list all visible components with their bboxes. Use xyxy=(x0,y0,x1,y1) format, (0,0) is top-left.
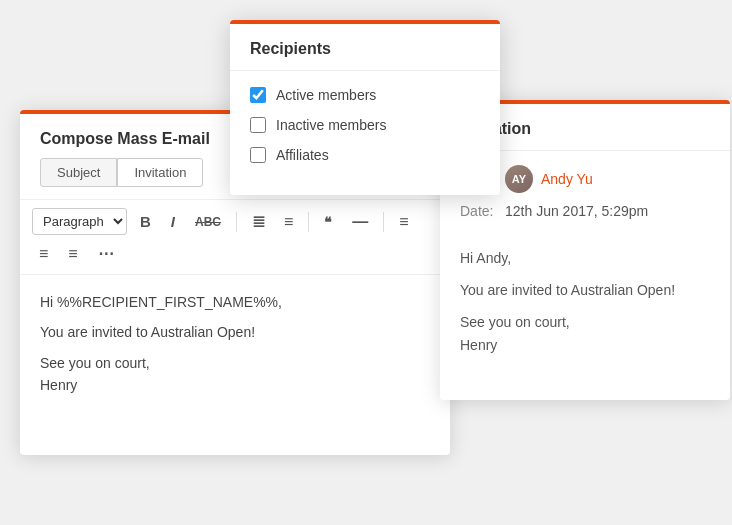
avatar-image: AY xyxy=(505,165,533,193)
date-value: 12th Jun 2017, 5:29pm xyxy=(505,203,648,219)
inactive-members-label: Inactive members xyxy=(276,117,386,133)
align-right-button[interactable]: ≡ xyxy=(61,242,84,266)
checkbox-list: Active members Inactive members Affiliat… xyxy=(230,71,500,179)
more-options-button[interactable]: ⋯ xyxy=(91,241,121,266)
inv-line-2: You are invited to Australian Open! xyxy=(460,279,710,303)
avatar: AY xyxy=(505,165,533,193)
editor-line-1: Hi %%RECIPIENT_FIRST_NAME%%, xyxy=(40,291,430,313)
recipients-panel: Recipients Active members Inactive membe… xyxy=(230,20,500,195)
invitation-body: Hi Andy, You are invited to Australian O… xyxy=(440,237,730,376)
affiliates-checkbox[interactable] xyxy=(250,147,266,163)
affiliates-label: Affiliates xyxy=(276,147,329,163)
editor-line-2: You are invited to Australian Open! xyxy=(40,321,430,343)
inv-line-3: See you on court,Henry xyxy=(460,311,710,359)
bullet-list-button[interactable]: ≣ xyxy=(245,209,271,234)
inv-line-1: Hi Andy, xyxy=(460,247,710,271)
paragraph-select[interactable]: Paragraph Heading 1 Heading 2 Heading 3 xyxy=(32,208,127,235)
inactive-members-item[interactable]: Inactive members xyxy=(250,117,480,133)
tab-subject[interactable]: Subject xyxy=(40,158,117,187)
recipients-title: Recipients xyxy=(230,24,500,71)
blockquote-button[interactable]: ❝ xyxy=(317,211,339,233)
toolbar-divider-3 xyxy=(383,212,384,232)
active-members-label: Active members xyxy=(276,87,376,103)
date-row: Date: 12th Jun 2017, 5:29pm xyxy=(460,203,710,219)
active-members-item[interactable]: Active members xyxy=(250,87,480,103)
active-members-checkbox[interactable] xyxy=(250,87,266,103)
toolbar-divider-2 xyxy=(308,212,309,232)
inactive-members-checkbox[interactable] xyxy=(250,117,266,133)
editor-line-3: See you on court,Henry xyxy=(40,352,430,397)
bold-button[interactable]: B xyxy=(133,210,158,233)
align-center-button[interactable]: ≡ xyxy=(32,242,55,266)
tab-invitation[interactable]: Invitation xyxy=(117,158,203,187)
toolbar-divider-1 xyxy=(236,212,237,232)
date-label: Date: xyxy=(460,203,505,219)
align-left-button[interactable]: ≡ xyxy=(392,210,415,234)
editor-toolbar: Paragraph Heading 1 Heading 2 Heading 3 … xyxy=(20,200,450,275)
affiliates-item[interactable]: Affiliates xyxy=(250,147,480,163)
recipient-name-text: Andy Yu xyxy=(541,171,593,187)
email-editor[interactable]: Hi %%RECIPIENT_FIRST_NAME%%, You are inv… xyxy=(20,275,450,455)
hr-button[interactable]: — xyxy=(345,210,375,234)
strikethrough-button[interactable]: ABC xyxy=(188,212,228,232)
italic-button[interactable]: I xyxy=(164,210,182,233)
number-list-button[interactable]: ≡ xyxy=(277,210,300,234)
recipient-name: AY Andy Yu xyxy=(505,165,593,193)
